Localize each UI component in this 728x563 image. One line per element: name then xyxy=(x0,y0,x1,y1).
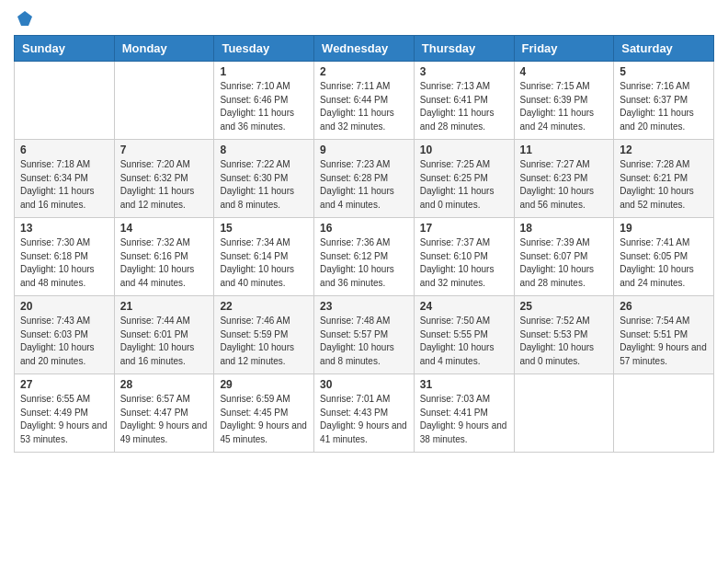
day-number: 27 xyxy=(20,378,108,391)
col-sunday: Sunday xyxy=(15,36,115,62)
calendar-cell: 6Sunrise: 7:18 AMSunset: 6:34 PMDaylight… xyxy=(15,140,115,218)
calendar-cell: 25Sunrise: 7:52 AMSunset: 5:53 PMDayligh… xyxy=(514,296,614,374)
day-info: Sunrise: 7:52 AMSunset: 5:53 PMDaylight:… xyxy=(520,315,609,368)
calendar-cell: 23Sunrise: 7:48 AMSunset: 5:57 PMDayligh… xyxy=(314,296,415,374)
calendar-cell xyxy=(15,62,115,140)
day-number: 22 xyxy=(220,300,308,313)
day-number: 25 xyxy=(520,300,609,313)
day-number: 7 xyxy=(120,144,209,156)
calendar-cell: 18Sunrise: 7:39 AMSunset: 6:07 PMDayligh… xyxy=(514,218,614,296)
day-info: Sunrise: 7:36 AMSunset: 6:12 PMDaylight:… xyxy=(320,236,408,290)
day-info: Sunrise: 7:15 AMSunset: 6:39 PMDaylight:… xyxy=(520,80,609,133)
day-info: Sunrise: 7:50 AMSunset: 5:55 PMDaylight:… xyxy=(420,315,508,368)
calendar-cell: 30Sunrise: 7:01 AMSunset: 4:43 PMDayligh… xyxy=(314,374,415,453)
day-number: 14 xyxy=(120,222,209,235)
calendar-week-row: 1Sunrise: 7:10 AMSunset: 6:46 PMDaylight… xyxy=(15,62,714,140)
day-number: 9 xyxy=(320,144,408,156)
calendar-cell: 27Sunrise: 6:55 AMSunset: 4:49 PMDayligh… xyxy=(15,374,115,453)
calendar-cell: 26Sunrise: 7:54 AMSunset: 5:51 PMDayligh… xyxy=(614,296,714,374)
day-number: 20 xyxy=(20,300,108,313)
col-saturday: Saturday xyxy=(614,36,714,62)
logo-flag-icon xyxy=(16,9,34,28)
calendar-cell: 31Sunrise: 7:03 AMSunset: 4:41 PMDayligh… xyxy=(414,374,514,453)
calendar-cell: 19Sunrise: 7:41 AMSunset: 6:05 PMDayligh… xyxy=(614,218,714,296)
calendar-cell: 4Sunrise: 7:15 AMSunset: 6:39 PMDaylight… xyxy=(514,62,614,140)
day-number: 4 xyxy=(520,65,609,78)
calendar-week-row: 27Sunrise: 6:55 AMSunset: 4:49 PMDayligh… xyxy=(15,374,714,453)
day-number: 12 xyxy=(620,144,708,156)
day-info: Sunrise: 7:13 AMSunset: 6:41 PMDaylight:… xyxy=(420,80,508,133)
day-info: Sunrise: 7:30 AMSunset: 6:18 PMDaylight:… xyxy=(20,236,108,290)
day-number: 5 xyxy=(620,65,708,78)
day-info: Sunrise: 7:23 AMSunset: 6:28 PMDaylight:… xyxy=(320,158,408,212)
day-number: 13 xyxy=(20,222,108,235)
calendar-week-row: 20Sunrise: 7:43 AMSunset: 6:03 PMDayligh… xyxy=(15,296,714,374)
calendar-cell: 8Sunrise: 7:22 AMSunset: 6:30 PMDaylight… xyxy=(214,140,314,218)
calendar-cell xyxy=(614,374,714,453)
calendar-cell: 11Sunrise: 7:27 AMSunset: 6:23 PMDayligh… xyxy=(514,140,614,218)
calendar-cell: 12Sunrise: 7:28 AMSunset: 6:21 PMDayligh… xyxy=(614,140,714,218)
col-friday: Friday xyxy=(514,36,614,62)
day-number: 11 xyxy=(520,144,609,156)
day-info: Sunrise: 7:01 AMSunset: 4:43 PMDaylight:… xyxy=(320,393,408,446)
day-info: Sunrise: 7:22 AMSunset: 6:30 PMDaylight:… xyxy=(220,158,308,212)
day-info: Sunrise: 7:16 AMSunset: 6:37 PMDaylight:… xyxy=(620,80,708,133)
calendar-cell: 22Sunrise: 7:46 AMSunset: 5:59 PMDayligh… xyxy=(214,296,314,374)
day-info: Sunrise: 7:48 AMSunset: 5:57 PMDaylight:… xyxy=(320,315,408,368)
day-number: 6 xyxy=(20,144,108,156)
svg-marker-0 xyxy=(17,11,32,26)
day-number: 8 xyxy=(220,144,308,156)
day-number: 3 xyxy=(420,65,508,78)
day-number: 17 xyxy=(420,222,508,235)
calendar-cell: 3Sunrise: 7:13 AMSunset: 6:41 PMDaylight… xyxy=(414,62,514,140)
day-number: 10 xyxy=(420,144,508,156)
day-number: 21 xyxy=(120,300,209,313)
calendar-header-row: Sunday Monday Tuesday Wednesday Thursday… xyxy=(15,36,714,62)
calendar-cell: 10Sunrise: 7:25 AMSunset: 6:25 PMDayligh… xyxy=(414,140,514,218)
col-wednesday: Wednesday xyxy=(314,36,415,62)
calendar-cell xyxy=(514,374,614,453)
day-info: Sunrise: 7:54 AMSunset: 5:51 PMDaylight:… xyxy=(620,315,708,368)
calendar-cell: 1Sunrise: 7:10 AMSunset: 6:46 PMDaylight… xyxy=(214,62,314,140)
day-info: Sunrise: 7:46 AMSunset: 5:59 PMDaylight:… xyxy=(220,315,308,368)
col-thursday: Thursday xyxy=(414,36,514,62)
day-info: Sunrise: 7:25 AMSunset: 6:25 PMDaylight:… xyxy=(420,158,508,212)
day-info: Sunrise: 7:10 AMSunset: 6:46 PMDaylight:… xyxy=(220,80,308,133)
day-number: 24 xyxy=(420,300,508,313)
calendar-cell: 2Sunrise: 7:11 AMSunset: 6:44 PMDaylight… xyxy=(314,62,415,140)
day-info: Sunrise: 7:27 AMSunset: 6:23 PMDaylight:… xyxy=(520,158,609,212)
day-info: Sunrise: 7:34 AMSunset: 6:14 PMDaylight:… xyxy=(220,236,308,290)
day-number: 30 xyxy=(320,378,408,391)
day-info: Sunrise: 7:11 AMSunset: 6:44 PMDaylight:… xyxy=(320,80,408,133)
col-monday: Monday xyxy=(114,36,214,62)
day-info: Sunrise: 6:59 AMSunset: 4:45 PMDaylight:… xyxy=(220,393,308,446)
calendar-table: Sunday Monday Tuesday Wednesday Thursday… xyxy=(14,35,714,453)
day-number: 1 xyxy=(220,65,308,78)
calendar-cell: 17Sunrise: 7:37 AMSunset: 6:10 PMDayligh… xyxy=(414,218,514,296)
day-info: Sunrise: 7:37 AMSunset: 6:10 PMDaylight:… xyxy=(420,236,508,290)
day-info: Sunrise: 7:03 AMSunset: 4:41 PMDaylight:… xyxy=(420,393,508,446)
day-number: 23 xyxy=(320,300,408,313)
calendar-cell: 14Sunrise: 7:32 AMSunset: 6:16 PMDayligh… xyxy=(114,218,214,296)
calendar-week-row: 13Sunrise: 7:30 AMSunset: 6:18 PMDayligh… xyxy=(15,218,714,296)
calendar-cell: 7Sunrise: 7:20 AMSunset: 6:32 PMDaylight… xyxy=(114,140,214,218)
day-info: Sunrise: 7:20 AMSunset: 6:32 PMDaylight:… xyxy=(120,158,209,212)
day-info: Sunrise: 7:18 AMSunset: 6:34 PMDaylight:… xyxy=(20,158,108,212)
day-number: 26 xyxy=(620,300,708,313)
calendar-cell: 21Sunrise: 7:44 AMSunset: 6:01 PMDayligh… xyxy=(114,296,214,374)
day-number: 2 xyxy=(320,65,408,78)
page: Sunday Monday Tuesday Wednesday Thursday… xyxy=(0,0,728,563)
calendar-week-row: 6Sunrise: 7:18 AMSunset: 6:34 PMDaylight… xyxy=(15,140,714,218)
calendar-cell xyxy=(114,62,214,140)
day-info: Sunrise: 7:28 AMSunset: 6:21 PMDaylight:… xyxy=(620,158,708,212)
day-info: Sunrise: 7:44 AMSunset: 6:01 PMDaylight:… xyxy=(120,315,209,368)
day-info: Sunrise: 6:55 AMSunset: 4:49 PMDaylight:… xyxy=(20,393,108,446)
logo xyxy=(14,9,34,28)
calendar-cell: 28Sunrise: 6:57 AMSunset: 4:47 PMDayligh… xyxy=(114,374,214,453)
day-number: 15 xyxy=(220,222,308,235)
day-info: Sunrise: 7:39 AMSunset: 6:07 PMDaylight:… xyxy=(520,236,609,290)
calendar-cell: 16Sunrise: 7:36 AMSunset: 6:12 PMDayligh… xyxy=(314,218,415,296)
day-info: Sunrise: 7:41 AMSunset: 6:05 PMDaylight:… xyxy=(620,236,708,290)
day-number: 18 xyxy=(520,222,609,235)
day-number: 31 xyxy=(420,378,508,391)
